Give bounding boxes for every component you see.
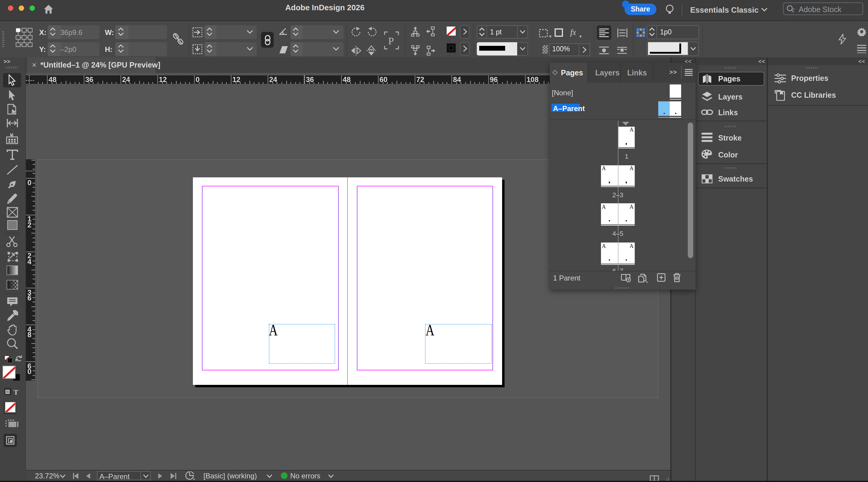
- svg-text:P: P: [388, 35, 394, 46]
